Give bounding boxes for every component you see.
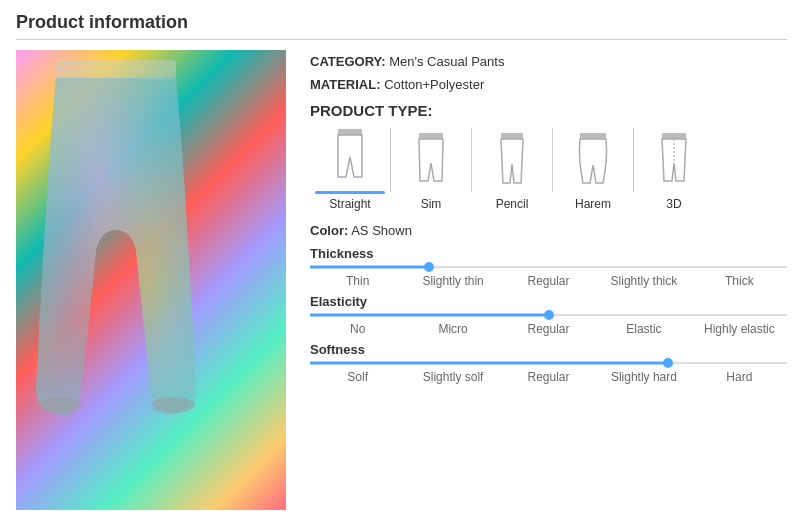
product-info-container: Product information xyxy=(0,0,803,514)
material-value: Cotton+Polyester xyxy=(384,77,484,92)
material-label: MATERIAL: xyxy=(310,77,381,92)
type-label-3d: 3D xyxy=(666,197,681,211)
straight-underline xyxy=(315,191,385,194)
softness-item-3: Slightly hard xyxy=(596,370,691,384)
type-item-straight[interactable]: Straight xyxy=(310,127,390,211)
type-item-harem[interactable]: Harem xyxy=(553,131,633,211)
type-item-pencil[interactable]: Pencil xyxy=(472,131,552,211)
pants-silhouette xyxy=(16,50,216,430)
thickness-item-2: Regular xyxy=(501,274,596,288)
softness-section: Softness Solf Slightly solf Regular Slig… xyxy=(310,342,787,384)
thickness-item-3: Slightly thick xyxy=(596,274,691,288)
softness-item-2: Regular xyxy=(501,370,596,384)
svg-rect-0 xyxy=(56,60,176,80)
elasticity-item-3: Elastic xyxy=(596,322,691,336)
category-label: CATEGORY: xyxy=(310,54,386,69)
product-type-row: Straight Sim xyxy=(310,127,787,211)
softness-bar xyxy=(310,360,787,366)
type-item-sim[interactable]: Sim xyxy=(391,131,471,211)
svg-rect-7 xyxy=(662,133,686,139)
elasticity-bar xyxy=(310,312,787,318)
thickness-dot xyxy=(424,262,434,272)
material-row: MATERIAL: Cotton+Polyester xyxy=(310,77,787,92)
page-title: Product information xyxy=(16,12,787,40)
content-row: CATEGORY: Men's Casual Pants MATERIAL: C… xyxy=(16,50,787,510)
type-item-3d[interactable]: 3D xyxy=(634,131,714,211)
svg-rect-5 xyxy=(501,133,523,139)
softness-bar-fill xyxy=(310,362,668,365)
thickness-bar-fill xyxy=(310,266,429,269)
type-label-straight: Straight xyxy=(329,197,370,211)
svg-rect-6 xyxy=(580,133,606,139)
product-type-title: PRODUCT TYPE: xyxy=(310,102,787,119)
svg-rect-3 xyxy=(338,129,362,135)
elasticity-item-0: No xyxy=(310,322,405,336)
harem-pants-icon xyxy=(572,131,614,195)
pencil-pants-icon xyxy=(491,131,533,195)
svg-rect-4 xyxy=(419,133,443,139)
svg-point-1 xyxy=(37,397,81,413)
elasticity-bar-fill xyxy=(310,314,549,317)
thickness-item-0: Thin xyxy=(310,274,405,288)
softness-item-0: Solf xyxy=(310,370,405,384)
product-image xyxy=(16,50,286,510)
elasticity-title: Elasticity xyxy=(310,294,787,309)
color-label: Color: xyxy=(310,223,348,238)
type-label-sim: Sim xyxy=(421,197,442,211)
category-value: Men's Casual Pants xyxy=(389,54,504,69)
elasticity-dot xyxy=(544,310,554,320)
softness-title: Softness xyxy=(310,342,787,357)
thickness-section: Thickness Thin Slightly thin Regular Sli… xyxy=(310,246,787,288)
thickness-item-4: Thick xyxy=(692,274,787,288)
type-label-pencil: Pencil xyxy=(496,197,529,211)
softness-scale: Solf Slightly solf Regular Slightly hard… xyxy=(310,370,787,384)
info-area: CATEGORY: Men's Casual Pants MATERIAL: C… xyxy=(310,50,787,510)
thickness-bar xyxy=(310,264,787,270)
svg-point-2 xyxy=(151,397,195,413)
thickness-title: Thickness xyxy=(310,246,787,261)
softness-item-1: Slightly solf xyxy=(405,370,500,384)
softness-dot xyxy=(663,358,673,368)
thickness-item-1: Slightly thin xyxy=(405,274,500,288)
sim-pants-icon xyxy=(410,131,452,195)
thickness-scale: Thin Slightly thin Regular Slightly thic… xyxy=(310,274,787,288)
straight-pants-icon xyxy=(329,127,371,191)
elasticity-item-4: Highly elastic xyxy=(692,322,787,336)
color-row: Color: AS Shown xyxy=(310,223,787,238)
elasticity-item-2: Regular xyxy=(501,322,596,336)
elasticity-scale: No Micro Regular Elastic Highly elastic xyxy=(310,322,787,336)
color-value: AS Shown xyxy=(351,223,412,238)
product-image-area xyxy=(16,50,286,510)
elasticity-section: Elasticity No Micro Regular Elastic High… xyxy=(310,294,787,336)
softness-item-4: Hard xyxy=(692,370,787,384)
category-row: CATEGORY: Men's Casual Pants xyxy=(310,54,787,69)
elasticity-item-1: Micro xyxy=(405,322,500,336)
type-label-harem: Harem xyxy=(575,197,611,211)
3d-pants-icon xyxy=(653,131,695,195)
